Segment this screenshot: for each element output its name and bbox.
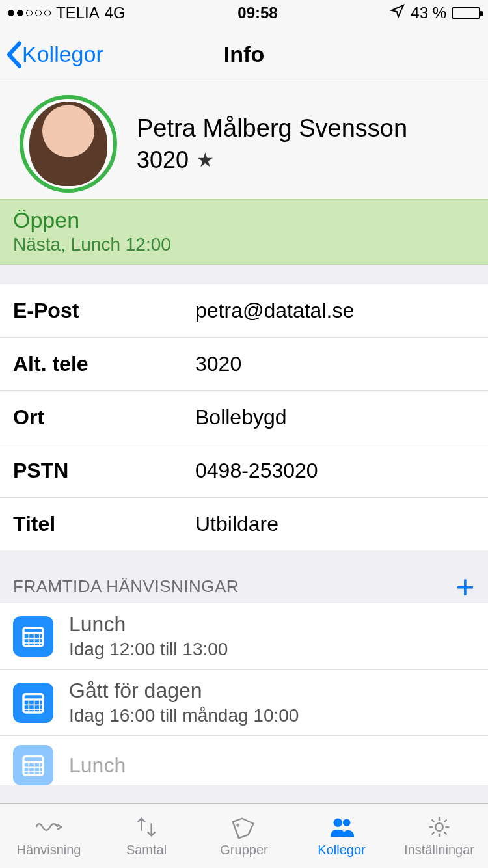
tab-hanvisning[interactable]: Hänvisning (0, 804, 98, 868)
detail-row-pstn[interactable]: PSTN 0498-253020 (0, 444, 488, 498)
future-row[interactable]: Lunch Idag 12:00 till 13:00 (0, 603, 488, 670)
status-bar: TELIA 4G 09:58 43 % (0, 0, 488, 26)
future-sub: Idag 12:00 till 13:00 (69, 639, 228, 660)
future-title: Lunch (69, 612, 228, 636)
calendar-icon (13, 616, 53, 657)
detail-label: Alt. tele (13, 352, 195, 376)
svg-point-24 (435, 823, 443, 831)
people-icon (327, 814, 357, 840)
future-title: Gått för dagen (69, 679, 299, 703)
signal-dots-icon (8, 10, 51, 16)
tab-grupper[interactable]: Grupper (195, 804, 293, 868)
routing-icon (34, 814, 64, 840)
tab-kollegor[interactable]: Kollegor (293, 804, 390, 868)
svg-line-30 (444, 832, 447, 835)
gear-icon (424, 814, 454, 840)
presence-sub: Nästa, Lunch 12:00 (13, 234, 475, 255)
clock: 09:58 (237, 4, 277, 22)
content[interactable]: Petra Målberg Svensson 3020 ★ Öppen Näst… (0, 83, 488, 803)
future-section-header: FRAMTIDA HÄNVISNINGAR + (0, 550, 488, 603)
svg-line-32 (432, 832, 435, 835)
future-title: Lunch (69, 753, 126, 778)
svg-point-22 (334, 819, 342, 827)
detail-row-titel[interactable]: Titel Utbildare (0, 498, 488, 550)
future-sub: Idag 16:00 till måndag 10:00 (69, 705, 299, 726)
profile-extension: 3020 (137, 146, 189, 174)
future-header-label: FRAMTIDA HÄNVISNINGAR (13, 576, 239, 597)
avatar[interactable] (20, 95, 117, 193)
back-button[interactable]: Kollegor (0, 41, 103, 68)
details-list: E-Post petra@datatal.se Alt. tele 3020 O… (0, 284, 488, 550)
tab-label: Grupper (220, 843, 267, 858)
svg-point-21 (236, 823, 240, 827)
svg-line-31 (444, 820, 447, 822)
add-future-button[interactable]: + (455, 577, 475, 597)
star-icon[interactable]: ★ (197, 148, 214, 171)
svg-point-23 (343, 819, 351, 827)
future-list: Lunch Idag 12:00 till 13:00 Gått för dag… (0, 603, 488, 785)
tab-label: Hänvisning (17, 843, 81, 858)
carrier-label: TELIA (56, 4, 100, 22)
future-row[interactable]: Gått för dagen Idag 16:00 till måndag 10… (0, 670, 488, 736)
tab-label: Samtal (126, 843, 167, 858)
detail-value: Bollebygd (195, 405, 475, 429)
future-row[interactable]: Lunch (0, 736, 488, 785)
svg-line-29 (432, 820, 435, 822)
battery-pct: 43 % (411, 4, 446, 22)
detail-label: E-Post (13, 299, 195, 323)
battery-icon (452, 7, 480, 19)
chevron-left-icon (5, 41, 22, 68)
tags-icon (229, 814, 259, 840)
detail-label: Titel (13, 512, 195, 536)
tabbar: Hänvisning Samtal Grupper Kollegor Instä… (0, 803, 488, 868)
detail-label: PSTN (13, 459, 195, 483)
calendar-icon (13, 745, 53, 785)
tab-label: Inställningar (404, 843, 474, 858)
tab-label: Kollegor (318, 843, 365, 858)
detail-row-ort[interactable]: Ort Bollebygd (0, 391, 488, 444)
tab-samtal[interactable]: Samtal (98, 804, 195, 868)
detail-value: petra@datatal.se (195, 299, 475, 323)
detail-row-alttel[interactable]: Alt. tele 3020 (0, 338, 488, 391)
profile-name: Petra Målberg Svensson (137, 115, 475, 142)
presence-title: Öppen (13, 208, 475, 233)
presence-status[interactable]: Öppen Nästa, Lunch 12:00 (0, 199, 488, 265)
tab-installningar[interactable]: Inställningar (390, 804, 488, 868)
location-icon (390, 3, 405, 23)
detail-row-email[interactable]: E-Post petra@datatal.se (0, 284, 488, 338)
detail-value: Utbildare (195, 512, 475, 536)
profile-header: Petra Målberg Svensson 3020 ★ (0, 83, 488, 199)
network-label: 4G (105, 4, 126, 22)
detail-value: 0498-253020 (195, 459, 475, 483)
navbar: Kollegor Info (0, 26, 488, 83)
arrows-icon (131, 814, 161, 840)
avatar-image (29, 102, 107, 186)
detail-value: 3020 (195, 352, 475, 376)
back-label: Kollegor (22, 42, 103, 67)
detail-label: Ort (13, 405, 195, 429)
calendar-icon (13, 683, 53, 723)
